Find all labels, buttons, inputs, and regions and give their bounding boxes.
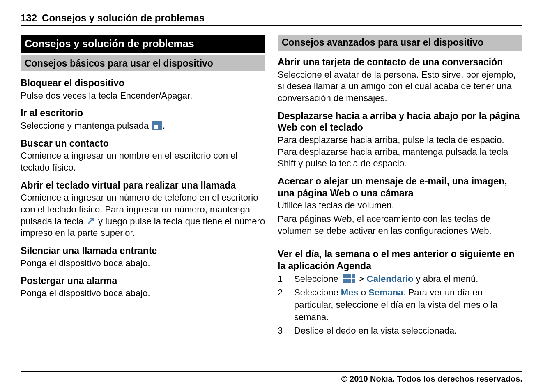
- text-go-desktop-pre: Seleccione y mantenga pulsada: [21, 120, 151, 131]
- agenda-step-3: Deslice el dedo en la vista seleccionada…: [278, 325, 522, 337]
- heading-silence-call: Silenciar una llamada entrante: [21, 245, 265, 257]
- step1-sep: >: [357, 274, 367, 284]
- text-virtual-keypad: Comience a ingresar un número de teléfon…: [21, 192, 265, 239]
- footer-copyright: © 2010 Nokia. Todos los derechos reserva…: [21, 371, 522, 384]
- step2-pre: Seleccione: [294, 287, 341, 297]
- agenda-steps: Seleccione > Calendario y abra el menú. …: [278, 273, 522, 337]
- text-go-desktop: Seleccione y mantenga pulsada .: [21, 120, 265, 132]
- header-title: Consejos y solución de problemas: [42, 12, 205, 24]
- heading-snooze-alarm: Postergar una alarma: [21, 275, 265, 287]
- heading-scroll-web: Desplazarse hacia a arriba y hacia abajo…: [278, 110, 522, 134]
- heading-zoom: Acercar o alejar un mensaje de e-mail, u…: [278, 175, 522, 199]
- step2-o: o: [359, 287, 368, 297]
- chapter-title: Consejos y solución de problemas: [21, 35, 265, 53]
- arrow-up-right-icon: [87, 217, 95, 225]
- calendar-link[interactable]: Calendario: [367, 274, 414, 284]
- week-link[interactable]: Semana: [368, 287, 403, 297]
- right-column: Consejos avanzados para usar el disposit…: [278, 35, 522, 371]
- heading-open-contact-card: Abrir una tarjeta de contacto de una con…: [278, 56, 522, 68]
- apps-grid-icon: [343, 274, 355, 283]
- text-lock-device: Pulse dos veces la tecla Encender/Apagar…: [21, 90, 265, 102]
- text-scroll-web: Para desplazarse hacia arriba, pulse la …: [278, 134, 522, 170]
- text-zoom-1: Utilice las teclas de volumen.: [278, 200, 522, 212]
- subsection-title-left: Consejos básicos para usar el dispositiv…: [21, 55, 265, 71]
- text-snooze-alarm: Ponga el dispositivo boca abajo.: [21, 288, 265, 300]
- text-go-desktop-post: .: [163, 120, 165, 131]
- agenda-step-2: Seleccione Mes o Semana. Para ver un día…: [278, 286, 522, 323]
- page: 132 Consejos y solución de problemas Con…: [0, 0, 543, 392]
- heading-lock-device: Bloquear el dispositivo: [21, 77, 265, 89]
- heading-virtual-keypad: Abrir el teclado virtual para realizar u…: [21, 180, 265, 191]
- text-open-contact-card: Seleccione el avatar de la persona. Esto…: [278, 69, 522, 104]
- left-column: Consejos y solución de problemas Consejo…: [21, 35, 265, 371]
- step1-post: y abra el menú.: [414, 274, 479, 284]
- month-link[interactable]: Mes: [341, 287, 359, 297]
- page-number: 132: [21, 12, 37, 24]
- content-area: Consejos y solución de problemas Consejo…: [21, 35, 522, 371]
- text-silence-call: Ponga el dispositivo boca abajo.: [21, 258, 265, 270]
- home-icon: [152, 121, 162, 130]
- heading-agenda-nav: Ver el día, la semana o el mes anterior …: [278, 248, 522, 272]
- agenda-step-1: Seleccione > Calendario y abra el menú.: [278, 273, 522, 285]
- heading-go-desktop: Ir al escritorio: [21, 107, 265, 119]
- subsection-title-right: Consejos avanzados para usar el disposit…: [278, 35, 522, 51]
- text-zoom-2: Para páginas Web, el acercamiento con la…: [278, 213, 522, 237]
- page-header: 132 Consejos y solución de problemas: [21, 12, 522, 26]
- step1-pre: Seleccione: [294, 274, 341, 284]
- heading-search-contact: Buscar un contacto: [21, 138, 265, 150]
- text-search-contact: Comience a ingresar un nombre en el escr…: [21, 150, 265, 173]
